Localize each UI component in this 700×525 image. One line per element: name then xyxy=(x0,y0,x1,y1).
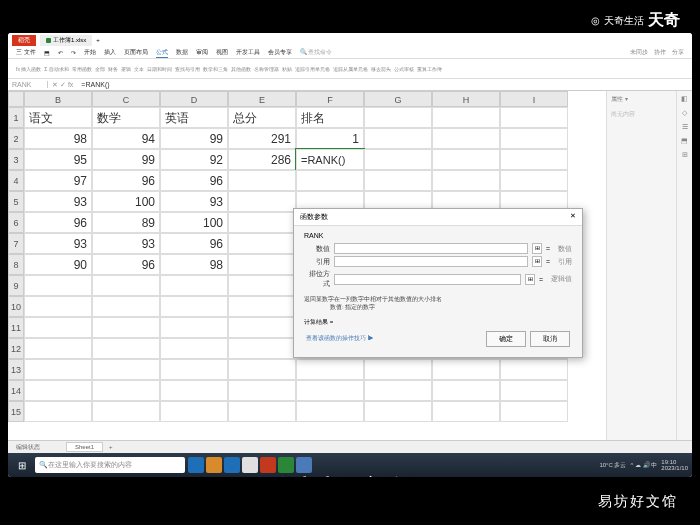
range-picker-icon[interactable]: ⊞ xyxy=(532,256,542,267)
menu-item[interactable]: 开始 xyxy=(84,48,96,57)
cell[interactable]: 排名 xyxy=(296,107,364,128)
toolbar-item[interactable]: 重算工作簿 xyxy=(417,66,442,72)
menu-item[interactable]: ⬒ xyxy=(44,49,50,56)
cell[interactable] xyxy=(228,317,296,338)
close-icon[interactable]: ✕ xyxy=(570,212,576,222)
cell[interactable] xyxy=(500,170,568,191)
cell[interactable] xyxy=(24,317,92,338)
cell[interactable] xyxy=(228,338,296,359)
cell[interactable]: 语文 xyxy=(24,107,92,128)
menu-item[interactable]: 三 文件 xyxy=(16,48,36,57)
cell[interactable] xyxy=(296,359,364,380)
toolbar-item[interactable]: 追踪从属单元格 xyxy=(333,66,368,72)
tab-shell[interactable]: 稻壳 xyxy=(12,35,36,46)
tab-add[interactable]: + xyxy=(96,37,100,43)
sidebar-icon[interactable]: ◇ xyxy=(682,109,687,117)
cell[interactable] xyxy=(160,401,228,422)
row-header[interactable]: 11 xyxy=(8,317,24,338)
menu-item[interactable]: ↶ xyxy=(58,49,63,56)
cell[interactable] xyxy=(228,380,296,401)
cell[interactable] xyxy=(500,359,568,380)
cell[interactable] xyxy=(228,212,296,233)
toolbar-item[interactable]: 移去箭头 xyxy=(371,66,391,72)
ok-button[interactable]: 确定 xyxy=(486,331,526,347)
toolbar-item[interactable]: 名称管理器 xyxy=(254,66,279,72)
column-header[interactable]: E xyxy=(228,91,296,107)
column-header[interactable]: H xyxy=(432,91,500,107)
cell[interactable]: 98 xyxy=(24,128,92,149)
toolbar-item[interactable]: 追踪引用单元格 xyxy=(295,66,330,72)
cell[interactable]: 99 xyxy=(92,149,160,170)
taskbar-search[interactable]: 🔍 在这里输入你要搜索的内容 xyxy=(35,457,185,473)
toolbar-item[interactable]: 日期和时间 xyxy=(147,66,172,72)
cell[interactable]: 93 xyxy=(24,191,92,212)
system-tray[interactable]: 10°C 多云 ㅤ^ ☁ 🔊 中 19:102023/1/10 xyxy=(599,459,688,471)
menu-item[interactable]: 开发工具 xyxy=(236,48,260,57)
cell[interactable] xyxy=(228,254,296,275)
row-header[interactable]: 12 xyxy=(8,338,24,359)
cell[interactable]: 1 xyxy=(296,128,364,149)
cell[interactable] xyxy=(160,359,228,380)
cell[interactable]: 291 xyxy=(228,128,296,149)
cell[interactable]: 92 xyxy=(160,149,228,170)
range-picker-icon[interactable]: ⊞ xyxy=(532,243,542,254)
toolbar-item[interactable]: 文本 xyxy=(134,66,144,72)
cell[interactable] xyxy=(24,275,92,296)
row-header[interactable]: 6 xyxy=(8,212,24,233)
cell[interactable]: 93 xyxy=(160,191,228,212)
cell[interactable] xyxy=(364,359,432,380)
toolbar-item[interactable]: 全部 xyxy=(95,66,105,72)
sidebar-icon[interactable]: ⬒ xyxy=(681,137,688,145)
cell[interactable] xyxy=(364,107,432,128)
tab-sheet1[interactable]: Sheet1 xyxy=(66,442,103,452)
help-link[interactable]: 查看该函数的操作技巧 ⯈ xyxy=(306,334,374,343)
cell[interactable] xyxy=(228,191,296,212)
cell[interactable] xyxy=(228,275,296,296)
taskbar-app-icon[interactable] xyxy=(224,457,240,473)
toolbar-item[interactable]: 常用函数 xyxy=(72,66,92,72)
column-header[interactable]: D xyxy=(160,91,228,107)
cell[interactable] xyxy=(228,170,296,191)
menu-item[interactable]: 页面布局 xyxy=(124,48,148,57)
cell[interactable] xyxy=(432,380,500,401)
cell[interactable] xyxy=(500,107,568,128)
taskbar-app-icon[interactable] xyxy=(260,457,276,473)
toolbar-item[interactable]: 公式审核 xyxy=(394,66,414,72)
cell[interactable]: 96 xyxy=(160,233,228,254)
cell[interactable] xyxy=(24,401,92,422)
taskbar-app-icon[interactable] xyxy=(296,457,312,473)
toolbar-item[interactable]: 逻辑 xyxy=(121,66,131,72)
name-box[interactable]: RANK xyxy=(8,81,48,88)
cell[interactable] xyxy=(92,275,160,296)
cell[interactable] xyxy=(296,170,364,191)
cell[interactable] xyxy=(500,149,568,170)
cell[interactable] xyxy=(228,233,296,254)
cell[interactable] xyxy=(432,170,500,191)
menu-item[interactable]: 视图 xyxy=(216,48,228,57)
cell[interactable] xyxy=(364,380,432,401)
menu-item[interactable]: ↷ xyxy=(71,49,76,56)
arg-input[interactable] xyxy=(334,256,528,267)
add-sheet-button[interactable]: + xyxy=(109,444,113,450)
cell[interactable] xyxy=(364,149,432,170)
cell[interactable]: 100 xyxy=(160,212,228,233)
cell[interactable]: 总分 xyxy=(228,107,296,128)
cell[interactable]: 286 xyxy=(228,149,296,170)
cell[interactable]: 99 xyxy=(160,128,228,149)
cell[interactable] xyxy=(92,359,160,380)
column-header[interactable]: F xyxy=(296,91,364,107)
menu-item[interactable]: 审阅 xyxy=(196,48,208,57)
sidebar-icon[interactable]: ◧ xyxy=(681,95,688,103)
cell[interactable]: 98 xyxy=(160,254,228,275)
cell[interactable] xyxy=(92,317,160,338)
row-header[interactable]: 3 xyxy=(8,149,24,170)
row-header[interactable]: 14 xyxy=(8,380,24,401)
cell[interactable] xyxy=(364,128,432,149)
cancel-button[interactable]: 取消 xyxy=(530,331,570,347)
menu-right-item[interactable]: 分享 xyxy=(672,48,684,57)
cell[interactable] xyxy=(160,338,228,359)
menu-item[interactable]: 会员专享 xyxy=(268,48,292,57)
cell[interactable] xyxy=(228,359,296,380)
formula-icons[interactable]: ✕ ✓ fx xyxy=(48,81,77,89)
tab-document[interactable]: 工作簿1.xlsx xyxy=(40,35,92,46)
